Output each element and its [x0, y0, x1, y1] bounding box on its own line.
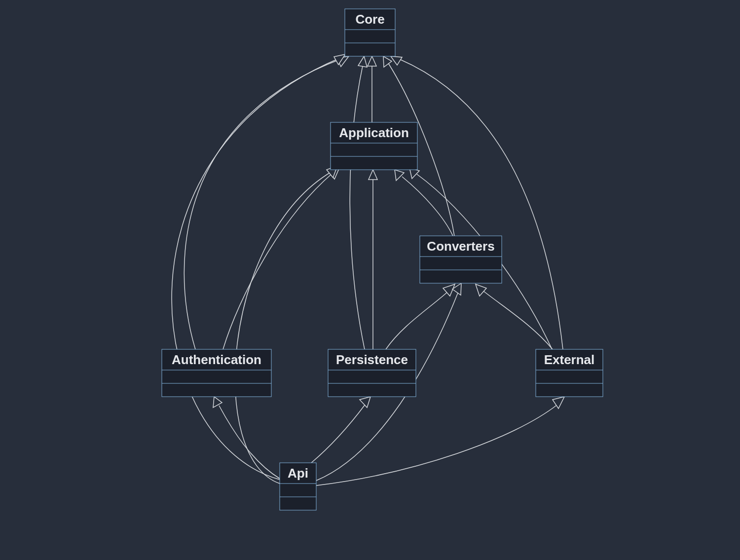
node-core-label: Core: [355, 12, 384, 27]
node-persistence: Persistence: [328, 349, 416, 397]
edge-authentication-application: [223, 173, 333, 349]
node-persistence-label: Persistence: [336, 352, 408, 367]
arrowhead-icon: [383, 56, 392, 67]
arrowhead-icon: [476, 284, 486, 296]
arrowhead-icon: [391, 56, 402, 65]
edge-external-core: [400, 59, 563, 349]
node-application-label: Application: [339, 125, 409, 140]
edge-api-authentication: [219, 406, 280, 479]
edge-external-converters: [483, 291, 553, 349]
node-converters-label: Converters: [427, 239, 494, 254]
edge-api-application: [235, 172, 332, 484]
node-converters: Converters: [420, 236, 502, 283]
node-external: External: [536, 349, 603, 397]
edge-persistence-core: [350, 66, 365, 349]
edge-persistence-converters: [386, 292, 448, 349]
node-external-label: External: [544, 352, 595, 367]
arrowhead-icon: [360, 397, 370, 408]
arrowhead-icon: [395, 170, 404, 181]
arrowhead-icon: [369, 170, 377, 180]
node-api-label: Api: [288, 466, 308, 481]
arrowhead-icon: [358, 56, 367, 67]
edge-api-external: [316, 405, 557, 485]
node-authentication-label: Authentication: [172, 352, 261, 367]
edge-authentication-core: [184, 59, 340, 349]
node-api: Api: [280, 463, 316, 510]
arrowhead-icon: [213, 397, 222, 408]
edge-converters-application: [402, 177, 453, 236]
node-application: Application: [331, 122, 417, 170]
arrowhead-icon: [368, 56, 376, 66]
node-core: Core: [345, 9, 395, 56]
dependency-diagram: Core Application Converters Authenticati…: [0, 0, 740, 560]
node-authentication: Authentication: [162, 349, 271, 397]
